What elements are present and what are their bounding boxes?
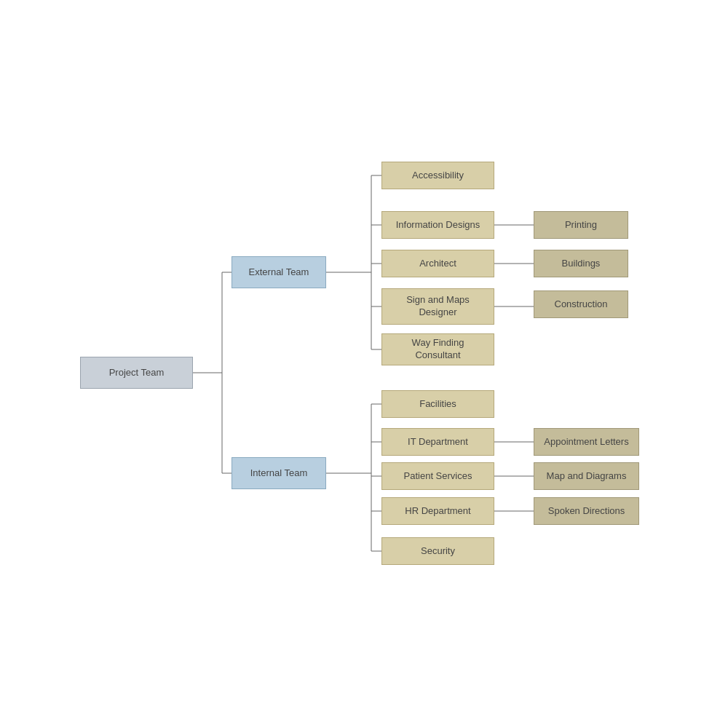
it-dept-label: IT Department: [408, 436, 468, 448]
accessibility-node[interactable]: Accessibility: [381, 162, 494, 189]
security-label: Security: [421, 545, 455, 558]
project-team-node[interactable]: Project Team: [80, 357, 193, 389]
sign-maps-node[interactable]: Sign and Maps Designer: [381, 288, 494, 325]
info-designs-node[interactable]: Information Designs: [381, 211, 494, 239]
construction-label: Construction: [555, 298, 608, 311]
spoken-directions-label: Spoken Directions: [548, 505, 625, 518]
printing-label: Printing: [565, 219, 597, 232]
map-diagrams-label: Map and Diagrams: [547, 470, 627, 483]
facilities-node[interactable]: Facilities: [381, 390, 494, 418]
org-chart: Project Team External Team Internal Team…: [0, 0, 728, 728]
project-team-label: Project Team: [109, 367, 165, 379]
spoken-directions-node[interactable]: Spoken Directions: [534, 497, 639, 525]
printing-node[interactable]: Printing: [534, 211, 628, 239]
hr-dept-node[interactable]: HR Department: [381, 497, 494, 525]
info-designs-label: Information Designs: [396, 219, 480, 232]
security-node[interactable]: Security: [381, 537, 494, 565]
sign-maps-label: Sign and Maps Designer: [388, 294, 488, 319]
external-team-node[interactable]: External Team: [232, 256, 326, 288]
way-finding-node[interactable]: Way Finding Consultant: [381, 333, 494, 365]
map-diagrams-node[interactable]: Map and Diagrams: [534, 462, 639, 490]
appointment-letters-node[interactable]: Appointment Letters: [534, 428, 639, 456]
construction-node[interactable]: Construction: [534, 290, 628, 318]
it-dept-node[interactable]: IT Department: [381, 428, 494, 456]
appointment-letters-label: Appointment Letters: [544, 436, 628, 448]
external-team-label: External Team: [249, 266, 309, 279]
facilities-label: Facilities: [419, 398, 456, 411]
way-finding-label: Way Finding Consultant: [388, 337, 488, 362]
buildings-node[interactable]: Buildings: [534, 250, 628, 277]
internal-team-node[interactable]: Internal Team: [232, 457, 326, 489]
architect-node[interactable]: Architect: [381, 250, 494, 277]
architect-label: Architect: [419, 258, 456, 270]
internal-team-label: Internal Team: [250, 467, 308, 480]
patient-services-label: Patient Services: [404, 470, 472, 483]
patient-services-node[interactable]: Patient Services: [381, 462, 494, 490]
hr-dept-label: HR Department: [405, 505, 470, 518]
accessibility-label: Accessibility: [412, 170, 464, 182]
buildings-label: Buildings: [562, 258, 601, 270]
